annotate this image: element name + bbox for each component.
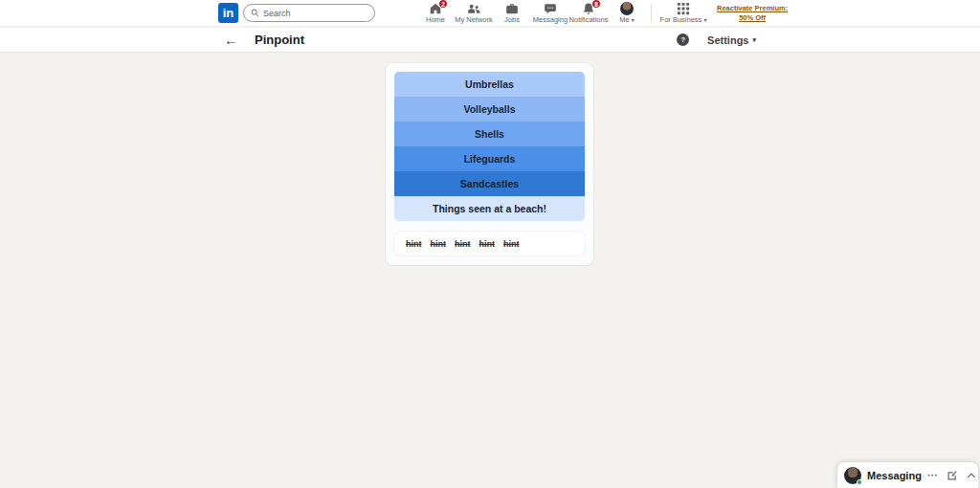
chevron-down-icon: ▾ — [752, 36, 756, 44]
messaging-avatar — [844, 467, 861, 484]
nav-item-home[interactable]: 2 Home — [416, 0, 455, 27]
me-label-text: Me — [619, 15, 629, 24]
subheader-actions: ? Settings ▾ — [677, 33, 756, 46]
compose-icon[interactable] — [947, 470, 958, 481]
category-bar-1[interactable]: Umbrellas — [394, 72, 585, 97]
settings-dropdown[interactable]: Settings ▾ — [707, 34, 756, 46]
category-bars: Umbrellas Volleyballs Shells Lifeguards … — [394, 72, 585, 221]
nav-label-my-network: My Network — [455, 15, 493, 24]
nav-label-for-business: For Business ▾ — [660, 15, 707, 25]
more-options-icon[interactable]: ⋯ — [927, 470, 939, 480]
nav-label-home: Home — [426, 15, 445, 24]
linkedin-logo[interactable]: in — [218, 3, 238, 23]
chevron-down-icon: ▾ — [632, 17, 635, 23]
category-answer-bar[interactable]: Things seen at a beach! — [394, 196, 585, 221]
me-avatar-wrap — [620, 2, 634, 15]
back-arrow-icon[interactable]: ← — [224, 33, 238, 47]
search-icon — [251, 9, 259, 17]
for-business-icon-wrap — [677, 2, 690, 15]
nav-label-jobs: Jobs — [504, 15, 520, 24]
nav-item-me[interactable]: Me ▾ — [608, 0, 646, 27]
global-nav-bar: in 2 Home My Net — [0, 0, 980, 27]
nav-item-notifications[interactable]: 8 Notifications — [569, 0, 608, 27]
premium-line1: Reactivate Premium: — [717, 4, 788, 13]
my-network-icon — [467, 2, 480, 15]
category-bar-5[interactable]: Sandcastles — [394, 171, 585, 196]
notifications-icon-wrap: 8 — [582, 2, 595, 15]
pinpoint-subheader: ← Pinpoint ? Settings ▾ — [0, 28, 980, 53]
hint-used-5: hint — [503, 239, 520, 249]
premium-upsell-link[interactable]: Reactivate Premium: 50% Off — [717, 4, 788, 23]
category-bar-3[interactable]: Shells — [394, 122, 585, 146]
linkedin-pinpoint-page: { "topnav": { "logo_text": "in", "search… — [0, 0, 980, 488]
home-icon-wrap: 2 — [429, 2, 442, 15]
settings-label: Settings — [707, 34, 748, 46]
nav-item-messaging[interactable]: Messaging — [531, 0, 569, 27]
hint-box: hint hint hint hint hint — [394, 232, 585, 255]
me-avatar — [620, 2, 634, 15]
messaging-dock[interactable]: Messaging ⋯ — [837, 462, 978, 488]
home-notification-badge: 2 — [438, 0, 448, 9]
messaging-dock-title: Messaging — [867, 470, 922, 481]
hint-used-2: hint — [431, 239, 447, 249]
hint-used-1: hint — [406, 239, 422, 249]
hint-used-4: hint — [479, 239, 496, 249]
notifications-badge: 8 — [591, 0, 601, 9]
hint-used-3: hint — [455, 239, 471, 249]
chevron-up-icon[interactable] — [966, 470, 977, 481]
nav-divider — [651, 4, 652, 22]
my-network-icon-wrap — [467, 2, 480, 15]
for-business-label-text: For Business — [660, 15, 702, 24]
primary-nav: 2 Home My Network Jobs — [416, 0, 646, 27]
search-input[interactable] — [263, 9, 368, 18]
messaging-icon-wrap — [544, 2, 557, 15]
nav-label-me: Me ▾ — [619, 15, 635, 25]
nav-item-my-network[interactable]: My Network — [455, 0, 493, 27]
page-title: Pinpoint — [255, 33, 304, 47]
premium-line2: 50% Off — [739, 13, 766, 23]
nav-label-messaging: Messaging — [533, 15, 568, 24]
pinpoint-game-card: Umbrellas Volleyballs Shells Lifeguards … — [386, 63, 593, 265]
jobs-icon-wrap — [505, 2, 519, 15]
nav-item-jobs[interactable]: Jobs — [493, 0, 531, 27]
search-box[interactable] — [243, 4, 375, 22]
chat-bubble-icon — [544, 2, 557, 15]
category-bar-4[interactable]: Lifeguards — [394, 146, 585, 171]
grid-icon — [677, 2, 690, 15]
briefcase-icon — [505, 2, 519, 15]
category-bar-2[interactable]: Volleyballs — [394, 97, 585, 122]
nav-label-notifications: Notifications — [569, 15, 609, 24]
presence-indicator — [857, 479, 862, 485]
help-icon[interactable]: ? — [677, 33, 689, 46]
messaging-dock-actions: ⋯ — [927, 470, 977, 481]
chevron-down-icon: ▾ — [703, 17, 706, 23]
nav-item-for-business[interactable]: For Business ▾ — [657, 0, 710, 27]
